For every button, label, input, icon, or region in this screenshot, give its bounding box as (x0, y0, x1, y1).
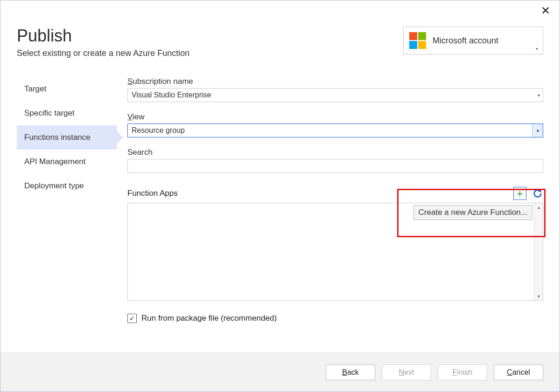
view-value: Resource group (132, 126, 185, 135)
scroll-down-icon: ▾ (538, 292, 540, 300)
sidebar-item-label: Target (24, 84, 46, 94)
view-select[interactable]: Resource group ▾ (127, 124, 543, 138)
wizard-sidebar: Target Specific target Functions instanc… (17, 77, 117, 331)
account-selector[interactable]: Microsoft account ▾ (403, 27, 543, 55)
checkbox-label: Run from package file (recommended) (141, 314, 277, 323)
chevron-down-icon: ▾ (538, 93, 540, 98)
sidebar-item-label: API Management (24, 157, 85, 166)
sidebar-item-label: Functions instance (24, 133, 91, 142)
chevron-down-icon: ▾ (536, 46, 538, 51)
scroll-up-icon: ▴ (538, 203, 540, 211)
subscription-value: Visual Studio Enterprise (132, 91, 211, 99)
create-new-tooltip: Create a new Azure Function... (413, 205, 532, 220)
sidebar-item-specific-target[interactable]: Specific target (17, 101, 117, 125)
next-button[interactable]: Next (382, 364, 431, 380)
checkbox-icon: ✓ (127, 314, 137, 323)
sidebar-item-api-management[interactable]: API Management (17, 150, 117, 174)
close-icon[interactable]: ✕ (541, 5, 550, 16)
run-from-package-checkbox[interactable]: ✓ Run from package file (recommended) (127, 314, 543, 323)
subscription-select[interactable]: Visual Studio Enterprise ▾ (127, 88, 543, 102)
plus-icon: ＋ (515, 188, 525, 199)
chevron-down-icon: ▾ (532, 124, 543, 137)
dialog-footer: Back Next Finish Cancel (0, 352, 560, 392)
cancel-button[interactable]: Cancel (494, 364, 543, 380)
finish-button[interactable]: Finish (438, 364, 487, 380)
account-label: Microsoft account (433, 36, 533, 46)
create-new-button[interactable]: ＋ (513, 187, 526, 200)
microsoft-logo-icon (409, 32, 426, 49)
refresh-button[interactable] (532, 188, 543, 199)
sidebar-item-functions-instance[interactable]: Functions instance (17, 125, 117, 150)
publish-dialog: ✕ Microsoft account ▾ Publish Select exi… (0, 0, 560, 392)
refresh-icon (532, 188, 543, 199)
function-apps-label: Function Apps (127, 189, 178, 198)
sidebar-item-label: Specific target (24, 109, 75, 118)
view-label: View (127, 112, 543, 122)
sidebar-item-target[interactable]: Target (17, 77, 117, 101)
scrollbar[interactable]: ▴ ▾ (534, 203, 543, 300)
sidebar-item-label: Deployment type (24, 181, 84, 191)
form-panel: Subscription name Visual Studio Enterpri… (117, 77, 543, 331)
search-input[interactable] (127, 159, 543, 173)
back-button[interactable]: Back (326, 364, 375, 380)
sidebar-item-deployment-type[interactable]: Deployment type (17, 174, 117, 198)
subscription-label: Subscription name (127, 77, 543, 86)
function-apps-list[interactable]: Create a new Azure Function... ▴ ▾ (127, 203, 543, 301)
search-label: Search (127, 148, 543, 157)
